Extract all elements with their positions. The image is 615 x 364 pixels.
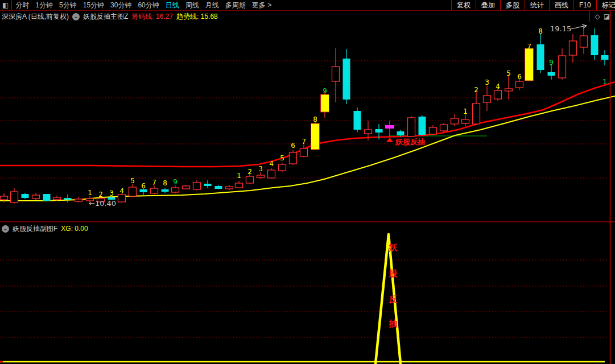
candle-body-up: [32, 195, 40, 198]
candle-body-down: [601, 55, 609, 60]
candle-body-up: [516, 81, 523, 88]
count-label: 2: [98, 191, 103, 198]
candle-body-up: [11, 192, 18, 202]
count-label: 9: [173, 178, 178, 186]
candle-body-up: [236, 183, 243, 188]
candle-body-highlight: [321, 94, 329, 112]
candle-body-up: [408, 118, 415, 136]
count-label: 1: [463, 107, 468, 115]
candle-body-down: [22, 194, 29, 198]
candle-body-down: [591, 35, 599, 55]
candle-body-up: [172, 188, 179, 192]
count-label: 7: [527, 43, 531, 51]
count-label: 2: [247, 168, 252, 176]
count-label: 8: [313, 115, 317, 123]
candle-body-up: [580, 36, 588, 47]
candle-body-up: [53, 197, 61, 200]
count-label: 9: [549, 59, 554, 67]
count-label: 8: [163, 179, 167, 187]
vertical-signal-char: 股: [389, 268, 398, 279]
count-label: 8: [538, 27, 543, 35]
candle-body-down: [43, 194, 51, 201]
candle-body-up: [129, 187, 137, 196]
candle-body-down: [354, 111, 361, 130]
count-label: 7: [152, 179, 156, 187]
vertical-signal-char: 妖: [389, 242, 398, 253]
candlestick-chart[interactable]: 1234567891234567891234567891妖股反抽19.15←10…: [0, 0, 615, 364]
candle-body-up: [569, 41, 577, 55]
candle-body-up: [462, 119, 469, 123]
candle-body-down: [204, 184, 212, 186]
count-label: 4: [119, 187, 124, 195]
count-label: 1: [88, 189, 92, 197]
candle-body-up: [246, 176, 254, 183]
candle-body-up: [257, 175, 265, 177]
count-label: 6: [517, 73, 522, 81]
candle-body-up: [279, 164, 286, 171]
count-label: 3: [258, 165, 263, 173]
candle-body-up: [365, 130, 372, 134]
buy-signal-text: 妖股反抽: [395, 138, 425, 146]
buy-signal-triangle: [386, 138, 393, 142]
candle-body-up: [290, 152, 297, 164]
candle-body-up: [559, 56, 566, 78]
candle-body-highlight: [311, 123, 320, 150]
candle-body-up: [505, 89, 513, 91]
candle-body-up: [300, 148, 308, 156]
candle-body-up: [151, 188, 158, 193]
vertical-signal-char: 反: [389, 294, 398, 304]
count-label: 2: [474, 86, 478, 94]
candle-body-up: [75, 199, 82, 201]
candle-body-up: [268, 170, 275, 178]
trading-app-window: ◧ 分时1分钟5分钟15分钟30分钟60分钟日线周线月线多周期更多 > 复权叠加…: [0, 0, 615, 364]
candle-body-up: [1, 196, 8, 200]
candle-body-down: [343, 59, 350, 100]
candle-body-down: [548, 72, 555, 76]
count-label: 1: [602, 78, 607, 86]
count-label: 9: [323, 87, 327, 95]
count-label: 3: [109, 189, 114, 197]
candle-body-down: [64, 198, 72, 200]
vertical-signal-char: 抽: [389, 318, 398, 329]
candle-body-up: [484, 96, 491, 102]
count-label: 4: [269, 160, 274, 168]
count-label: 1: [237, 172, 241, 180]
candle-body-up: [430, 127, 437, 134]
count-label: 4: [496, 82, 500, 90]
candle-body-down: [419, 117, 426, 135]
candle-body-up: [473, 104, 480, 124]
count-label: 6: [141, 182, 146, 190]
candle-body-up: [451, 118, 459, 124]
candle-body-down: [397, 131, 405, 135]
candle-body-up: [332, 67, 340, 81]
candle-body-down: [162, 189, 169, 192]
price-annotation: 19.15: [550, 24, 571, 33]
candle-body-down: [375, 129, 383, 133]
count-label: 6: [291, 142, 295, 150]
candle-body-up: [440, 125, 448, 131]
candle-body-highlight: [525, 48, 534, 81]
count-label: 7: [302, 138, 306, 146]
candle-body-up: [183, 186, 190, 189]
count-label: 3: [485, 78, 489, 86]
candle-body-up: [226, 187, 233, 189]
count-label: 5: [280, 154, 284, 162]
candle-body-up: [494, 90, 502, 99]
candle-body-up: [118, 195, 126, 202]
count-label: 5: [130, 177, 135, 185]
candle-body-signal: [385, 125, 394, 129]
candle-body-down: [215, 186, 222, 189]
price-annotation: ←10.40: [89, 199, 116, 208]
candle-body-down: [537, 44, 544, 70]
count-label: 5: [506, 69, 511, 77]
candle-body-up: [193, 183, 201, 189]
